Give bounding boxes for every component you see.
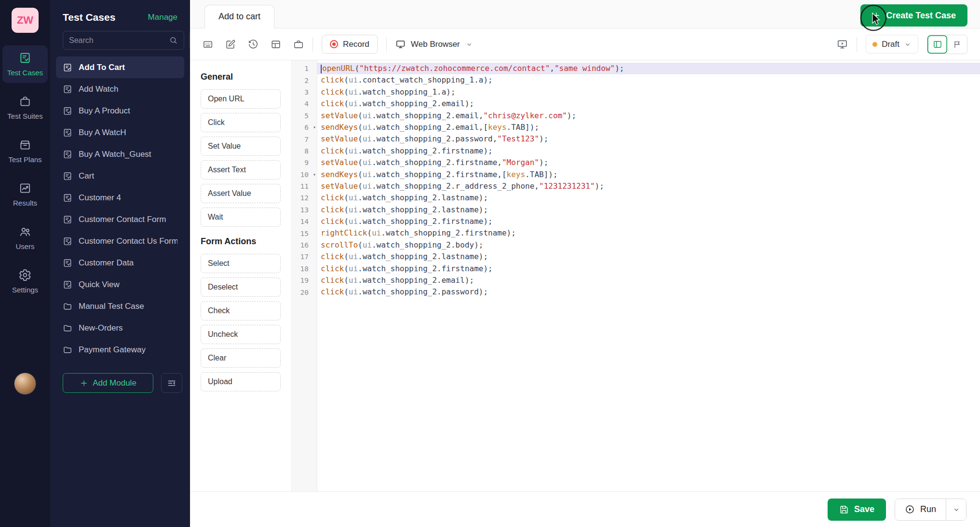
preview-icon[interactable] [837,39,848,50]
history-icon[interactable] [248,39,259,50]
save-button[interactable]: Save [828,499,886,521]
app-root: ZW Test CasesTest SuitesTest PlansResult… [0,0,980,527]
code-line-12[interactable]: 12click(ui.watch_shopping_2.lastname); [292,192,980,204]
test-case-item-new-orders[interactable]: New-Orders [56,317,184,339]
editor-tool-icons [203,39,304,50]
tab-add-to-cart[interactable]: Add to cart [204,5,274,28]
manage-link[interactable]: Manage [148,13,177,22]
briefcase-icon[interactable] [293,39,304,50]
action-wait[interactable]: Wait [201,208,281,227]
code-line-13[interactable]: 13click(ui.watch_shopping_2.lastname); [292,204,980,216]
rail-item-test-plans[interactable]: Test Plans [2,132,48,170]
code-line-9[interactable]: 9setValue(ui.watch_shopping_2.firstname,… [292,157,980,168]
line-number: 2 [292,77,317,84]
code-line-15[interactable]: 15rightClick(ui.watch_shopping_2.firstna… [292,227,980,239]
code-text: setValue(ui.watch_shopping_2.email,"chri… [317,110,980,122]
code-text: rightClick(ui.watch_shopping_2.firstname… [317,227,980,239]
flow-view-toggle[interactable] [947,35,967,54]
code-view-toggle[interactable] [927,35,947,54]
code-line-19[interactable]: 19click(ui.watch_shopping_2.email); [292,275,980,286]
status-select[interactable]: Draft [866,35,918,54]
test-case-item-quick-view[interactable]: Quick View [56,274,184,295]
run-button[interactable]: Run [895,499,946,520]
fold-icon[interactable]: ▾ [313,125,316,130]
add-module-button[interactable]: Add Module [63,373,153,393]
code-text: scrollTo(ui.watch_shopping_2.body); [317,239,980,251]
collapse-sidebar-button[interactable] [161,373,182,393]
code-line-3[interactable]: 3click(ui.watch_shopping_1.a); [292,86,980,98]
grid-icon[interactable] [271,39,281,50]
edit-icon[interactable] [225,39,236,50]
line-number: 6▾ [292,124,317,131]
browser-select[interactable]: Web Browser [395,39,473,49]
action-assert-text[interactable]: Assert Text [201,160,281,180]
test-case-item-customer-4[interactable]: Customer 4 [56,187,184,208]
code-editor[interactable]: 1openURL("https://zwatch.zohocommerce.co… [292,60,980,491]
rail-item-users[interactable]: Users [2,219,48,257]
code-line-5[interactable]: 5setValue(ui.watch_shopping_2.email,"chr… [292,110,980,122]
rail-item-test-cases[interactable]: Test Cases [2,45,48,83]
test-case-item-customer-data[interactable]: Customer Data [56,252,184,274]
test-case-item-add-watch[interactable]: Add Watch [56,78,184,100]
collapse-icon [167,378,177,388]
action-check[interactable]: Check [201,301,281,320]
left-rail: ZW Test CasesTest SuitesTest PlansResult… [0,0,50,527]
code-text: click(ui.watch_shopping_2.firstname); [317,145,980,157]
create-test-case-button[interactable]: Create Test Case [860,4,967,27]
app-logo[interactable]: ZW [12,8,39,33]
action-select[interactable]: Select [201,254,281,273]
action-set-value[interactable]: Set Value [201,137,281,156]
rail-item-results[interactable]: Results [2,176,48,213]
rail-item-settings[interactable]: Settings [2,263,48,300]
test-case-icon [63,215,72,224]
action-uncheck[interactable]: Uncheck [201,325,281,344]
fold-icon[interactable]: ▾ [313,172,316,177]
action-assert-value[interactable]: Assert Value [201,184,281,203]
action-clear[interactable]: Clear [201,348,281,368]
code-text: click(ui.watch_shopping_2.email); [317,98,980,110]
add-module-label: Add Module [93,378,136,388]
record-button[interactable]: Record [322,35,378,54]
code-line-4[interactable]: 4click(ui.watch_shopping_2.email); [292,98,980,110]
search-input[interactable] [69,36,169,45]
test-case-item-buy-a-watch-guest[interactable]: Buy A Watch_Guest [56,143,184,165]
test-cases-panel: Test Cases Manage Add To CartAdd WatchBu… [50,0,190,527]
code-line-16[interactable]: 16scrollTo(ui.watch_shopping_2.body); [292,239,980,251]
code-line-7[interactable]: 7setValue(ui.watch_shopping_2.password,"… [292,133,980,145]
panel-header: Test Cases Manage [50,0,190,31]
code-line-8[interactable]: 8click(ui.watch_shopping_2.firstname); [292,145,980,157]
test-case-item-add-to-cart[interactable]: Add To Cart [56,56,184,78]
line-number: 16 [292,241,317,249]
action-open-url[interactable]: Open URL [201,89,281,109]
keyboard-icon[interactable] [203,39,213,50]
action-click[interactable]: Click [201,113,281,132]
test-case-icon [63,236,72,246]
code-line-18[interactable]: 18click(ui.watch_shopping_2.firstname); [292,263,980,275]
code-line-17[interactable]: 17click(ui.watch_shopping_2.lastname); [292,251,980,263]
action-deselect[interactable]: Deselect [201,277,281,297]
action-upload[interactable]: Upload [201,372,281,391]
test-case-item-cart[interactable]: Cart [56,165,184,187]
search-box[interactable] [63,31,184,50]
run-options-button[interactable] [946,499,966,520]
test-case-item-payment-gateway[interactable]: Payment Gateway [56,339,184,361]
plus-icon [872,11,881,20]
create-test-case-label: Create Test Case [886,11,956,21]
code-text: click(ui.watch_shopping_2.lastname); [317,192,980,204]
user-avatar[interactable] [14,373,36,395]
test-case-item-manual-test-case[interactable]: Manual Test Case [56,295,184,317]
code-line-1[interactable]: 1openURL("https://zwatch.zohocommerce.co… [292,63,980,74]
code-line-6[interactable]: 6▾sendKeys(ui.watch_shopping_2.email,[ke… [292,122,980,133]
code-line-2[interactable]: 2click(ui.contact_watch_shopping_1.a); [292,74,980,86]
test-case-item-customer-contact-form[interactable]: Customer Contact Form [56,208,184,230]
code-line-14[interactable]: 14click(ui.watch_shopping_2.firstname); [292,216,980,227]
test-case-item-buy-a-product[interactable]: Buy A Product [56,100,184,122]
code-line-20[interactable]: 20click(ui.watch_shopping_2.password); [292,286,980,298]
code-line-10[interactable]: 10▾sendKeys(ui.watch_shopping_2.firstnam… [292,169,980,180]
test-case-item-customer-contact-us-form[interactable]: Customer Contact Us Form [56,230,184,252]
code-line-11[interactable]: 11setValue(ui.watch_shopping_2.r_address… [292,180,980,192]
rail-item-test-suites[interactable]: Test Suites [2,89,48,126]
test-case-item-buy-a-watch[interactable]: Buy A WatcH [56,122,184,143]
run-label: Run [920,504,936,514]
test-case-label: Manual Test Case [79,302,144,311]
